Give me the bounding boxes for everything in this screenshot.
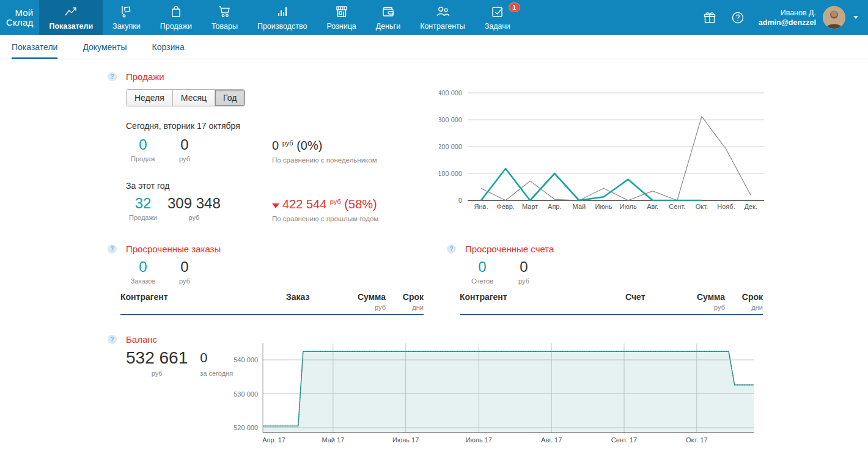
nav-item-label: Деньги (376, 22, 400, 31)
nav-item-tasks[interactable]: Задачи 1 (475, 0, 520, 35)
navbar-right-group: Иванов Д. admin@denzzel (702, 0, 868, 35)
nav-item-counterparties[interactable]: Контрагенты (410, 0, 475, 35)
svg-text:Сент. 17: Сент. 17 (611, 436, 637, 444)
user-menu[interactable]: Иванов Д. admin@denzzel (759, 6, 858, 29)
period-month-button[interactable]: Месяц (173, 90, 215, 106)
secondary-tabbar: Показатели Документы Корзина (0, 35, 868, 59)
period-year-button[interactable]: Год (215, 90, 245, 106)
nav-item-goods[interactable]: Товары (202, 0, 248, 35)
sales-year-heading: За этот год (126, 181, 450, 191)
sales-year-count: 32 Продажи (126, 196, 160, 221)
svg-text:300 000: 300 000 (439, 116, 462, 123)
svg-text:Март: Март (522, 203, 538, 210)
nav-item-label: Контрагенты (420, 22, 465, 31)
nav-item-label: Показатели (49, 22, 93, 31)
overdue-invoices-amount: 0 руб (507, 259, 541, 285)
balance-chart: 520 000530 000540 000Апр. 17Май 17Июнь 1… (227, 340, 767, 450)
user-info: Иванов Д. admin@denzzel (759, 8, 816, 27)
bars-icon (275, 3, 290, 20)
svg-text:Авг. 17: Авг. 17 (541, 436, 562, 444)
user-email: admin@denzzel (759, 18, 816, 27)
svg-text:Дек.: Дек. (744, 203, 757, 210)
sales-today-heading: Сегодня, вторник 17 октября (126, 121, 450, 131)
trend-chart-icon (63, 3, 79, 20)
nav-item-label: Продажи (160, 22, 192, 31)
balance-help-icon[interactable]: ? (108, 335, 117, 344)
nav-item-purchases[interactable]: Закупки (103, 0, 150, 35)
tasks-count-badge: 1 (509, 2, 520, 12)
overdue-invoices-help-icon[interactable]: ? (447, 244, 456, 254)
nav-item-sales[interactable]: Продажи (150, 0, 202, 35)
svg-text:Июль: Июль (620, 203, 637, 210)
overdue-invoices-section: ? Просроченные счета 0 Счетов 0 руб Конт… (447, 244, 763, 315)
gift-icon[interactable] (702, 10, 717, 25)
svg-text:530 000: 530 000 (234, 390, 258, 398)
sales-section: ? Продажи Неделя Месяц Год Сегодня, втор… (108, 71, 450, 221)
wallet-icon (381, 3, 395, 20)
user-avatar (823, 6, 845, 29)
nav-item-label: Розница (326, 22, 356, 31)
svg-text:0: 0 (458, 197, 462, 204)
overdue-invoices-title: Просроченные счета (465, 244, 554, 254)
app-logo-line1: Мой (15, 8, 33, 18)
bag-icon (169, 3, 183, 20)
sales-today-amount: 0 руб (167, 137, 202, 163)
tab-recycle-bin[interactable]: Корзина (152, 35, 185, 59)
svg-text:Апр. 17: Апр. 17 (262, 436, 285, 444)
svg-text:Янв.: Янв. (474, 203, 488, 210)
decrease-arrow-icon (272, 203, 279, 208)
svg-text:100 000: 100 000 (439, 170, 462, 177)
sales-year-amount: 309 348 руб (167, 196, 221, 221)
sales-section-title: Продажи (126, 71, 164, 82)
task-check-icon (490, 3, 505, 20)
sales-help-icon[interactable]: ? (108, 72, 117, 81)
nav-item-production[interactable]: Производство (248, 0, 317, 35)
top-navbar: Мой Склад Показатели Закупки Продажи (0, 0, 868, 35)
balance-title: Баланс (126, 334, 157, 345)
svg-text:Февр.: Февр. (496, 203, 515, 210)
nav-item-label: Товары (211, 22, 238, 31)
svg-text:Июль 17: Июль 17 (466, 436, 492, 444)
sales-today-delta: 0 руб (0%) По сравнению с понедельником (272, 138, 377, 164)
svg-text:Окт. 17: Окт. 17 (686, 436, 708, 444)
svg-text:200 000: 200 000 (439, 143, 462, 150)
svg-text:Окт.: Окт. (696, 203, 708, 210)
sales-year-delta: 422 544 руб (58%) По сравнению с прошлым… (272, 197, 378, 222)
overdue-orders-amount: 0 руб (167, 259, 202, 285)
overdue-invoices-table-header: Контрагент Счет Сумма руб Срок дни (460, 292, 763, 315)
period-week-button[interactable]: Неделя (127, 90, 173, 106)
svg-text:Сент.: Сент. (669, 203, 685, 210)
user-name: Иванов Д. (759, 8, 816, 18)
app-logo[interactable]: Мой Склад (0, 0, 39, 35)
svg-text:Май: Май (573, 203, 586, 210)
tab-documents[interactable]: Документы (83, 35, 127, 59)
nav-item-retail[interactable]: Розница (317, 0, 366, 35)
sales-chart: 0100 000200 000300 000400 000Янв.Февр.Ма… (439, 86, 772, 215)
sales-period-toggle: Неделя Месяц Год (126, 89, 245, 106)
svg-text:Апр.: Апр. (548, 203, 561, 210)
svg-text:Июнь: Июнь (595, 203, 612, 210)
svg-text:Авг.: Авг. (647, 203, 658, 210)
svg-text:400 000: 400 000 (439, 89, 462, 97)
storefront-icon (334, 3, 349, 20)
cart-icon (217, 3, 232, 20)
question-circle-icon[interactable] (730, 10, 745, 25)
balance-amount: 532 661 руб (126, 349, 188, 377)
sales-today-count: 0 Продаж (126, 137, 160, 163)
overdue-invoices-count: 0 Счетов (465, 259, 499, 285)
overdue-orders-help-icon[interactable]: ? (108, 244, 117, 254)
svg-text:Июнь 17: Июнь 17 (392, 436, 419, 444)
svg-text:Май 17: Май 17 (322, 436, 344, 444)
nav-item-label: Задачи (485, 22, 510, 31)
nav-item-label: Закупки (112, 22, 141, 31)
overdue-orders-count: 0 Заказов (126, 259, 160, 285)
user-menu-caret-icon (853, 16, 858, 19)
overdue-orders-table-header: Контрагент Заказ Сумма руб Срок дни (120, 292, 424, 315)
nav-item-label: Производство (257, 22, 307, 31)
overdue-orders-section: ? Просроченные заказы 0 Заказов 0 руб Ко… (108, 244, 424, 315)
svg-text:Нояб.: Нояб. (717, 203, 735, 210)
nav-item-money[interactable]: Деньги (366, 0, 410, 35)
svg-text:520 000: 520 000 (234, 424, 258, 431)
nav-item-indicators[interactable]: Показатели (39, 0, 103, 35)
tab-indicators[interactable]: Показатели (12, 35, 57, 59)
